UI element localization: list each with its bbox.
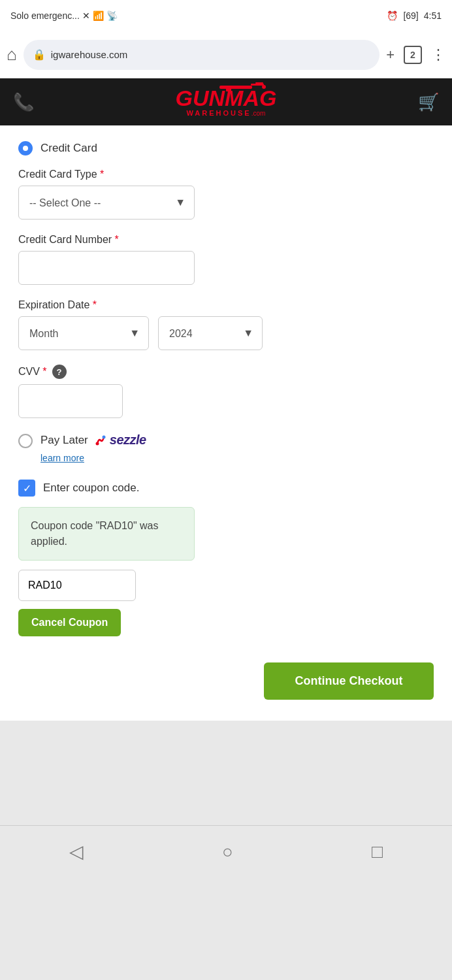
svg-point-4	[262, 85, 266, 89]
cvv-help-icon[interactable]: ?	[52, 365, 67, 379]
url-text: igwarehouse.com	[51, 49, 128, 60]
credit-card-radio[interactable]	[18, 141, 33, 155]
credit-card-number-input[interactable]	[18, 251, 195, 285]
credit-card-payment-option[interactable]: Credit Card	[18, 141, 434, 155]
svg-point-6	[95, 442, 99, 445]
tab-count[interactable]: 2	[404, 46, 422, 64]
wifi-icon: 📡	[106, 10, 118, 21]
bottom-spacer	[0, 721, 452, 825]
svg-rect-3	[255, 82, 263, 84]
coupon-section: ✓ Enter coupon code. Coupon code "RAD10"…	[18, 480, 434, 636]
alarm-icon: ⏰	[387, 10, 398, 21]
card-type-select[interactable]: -- Select One -- Visa MasterCard America…	[18, 186, 195, 220]
sezzle-section: Pay Later sezzle learn more	[18, 433, 434, 464]
signal-icon: ✕	[82, 10, 90, 21]
pay-later-text: Pay Later	[40, 434, 88, 447]
coupon-checkbox[interactable]: ✓	[18, 480, 35, 497]
credit-card-number-field: Credit Card Number *	[18, 234, 434, 285]
expiration-date-field: Expiration Date * Month January February…	[18, 299, 434, 350]
carrier-text: Solo emergenc...	[10, 10, 80, 21]
cvv-field: CVV * ?	[18, 365, 434, 418]
required-star-2: *	[115, 234, 119, 245]
gun-icon	[219, 80, 272, 92]
required-star-3: *	[93, 299, 97, 310]
status-right: ⏰ [69] 4:51	[387, 10, 442, 21]
cvv-label: CVV *	[18, 366, 47, 378]
site-logo[interactable]: GunMag WAREHOUSE .com	[176, 87, 277, 117]
main-content-card: Credit Card Credit Card Type * -- Select…	[0, 125, 452, 721]
checkout-row: Continue Checkout	[18, 662, 434, 700]
sezzle-radio[interactable]	[18, 434, 33, 448]
expiry-row: Month January February March April May J…	[18, 316, 434, 350]
cvv-input[interactable]	[18, 384, 123, 418]
status-bar: Solo emergenc... ✕ 📶 📡 ⏰ [69] 4:51	[0, 0, 452, 31]
svg-rect-0	[219, 86, 252, 89]
svg-rect-1	[251, 84, 264, 86]
sezzle-content: Pay Later sezzle	[40, 433, 146, 448]
month-select-wrapper: Month January February March April May J…	[18, 316, 149, 350]
signal-bars-icon: 📶	[93, 10, 104, 21]
credit-card-type-label: Credit Card Type *	[18, 169, 434, 180]
learn-more-link[interactable]: learn more	[40, 453, 84, 463]
coupon-checkbox-label: Enter coupon code.	[43, 482, 139, 495]
sezzle-brand-text: sezzle	[110, 433, 146, 448]
year-select-wrapper: 2024 2025 2026 2027 2028 2029 ▼	[158, 316, 263, 350]
svg-point-7	[102, 435, 105, 438]
sezzle-logo: sezzle	[93, 433, 146, 448]
coupon-checkbox-row: ✓ Enter coupon code.	[18, 480, 434, 497]
credit-card-number-label: Credit Card Number *	[18, 234, 434, 246]
credit-card-label: Credit Card	[40, 142, 97, 155]
browser-bar: ⌂ 🔒 igwarehouse.com + 2 ⋮	[0, 31, 452, 78]
sezzle-label-row: Pay Later sezzle	[40, 433, 146, 448]
url-bar[interactable]: 🔒 igwarehouse.com	[24, 40, 379, 70]
home-button[interactable]: ○	[222, 841, 233, 862]
recents-button[interactable]: □	[372, 841, 383, 862]
back-button[interactable]: ◁	[69, 841, 84, 862]
status-left: Solo emergenc... ✕ 📶 📡	[10, 10, 118, 21]
coupon-code-input[interactable]	[18, 570, 136, 601]
expiration-date-label: Expiration Date *	[18, 299, 434, 311]
year-select[interactable]: 2024 2025 2026 2027 2028 2029	[158, 316, 263, 350]
battery-indicator: [69]	[403, 10, 418, 21]
coupon-success-message: Coupon code "RAD10" was applied.	[18, 507, 195, 561]
cart-icon[interactable]: 🛒	[418, 92, 439, 112]
lock-icon: 🔒	[33, 48, 46, 61]
cancel-coupon-button[interactable]: Cancel Coupon	[18, 609, 121, 636]
required-star: *	[100, 169, 104, 180]
cvv-label-row: CVV * ?	[18, 365, 434, 379]
svg-rect-2	[226, 88, 231, 91]
add-tab-icon[interactable]: +	[386, 46, 395, 63]
menu-dots-icon[interactable]: ⋮	[431, 46, 445, 63]
continue-checkout-button[interactable]: Continue Checkout	[264, 662, 434, 700]
month-select[interactable]: Month January February March April May J…	[18, 316, 149, 350]
home-icon[interactable]: ⌂	[7, 44, 17, 65]
site-header: 📞 GunMag WAREHOUSE .com 🛒	[0, 78, 452, 125]
credit-card-type-field: Credit Card Type * -- Select One -- Visa…	[18, 169, 434, 220]
android-nav-bar: ◁ ○ □	[0, 825, 452, 877]
card-type-select-wrapper: -- Select One -- Visa MasterCard America…	[18, 186, 195, 220]
time-display: 4:51	[424, 10, 442, 21]
required-star-4: *	[42, 366, 46, 377]
browser-actions: + 2 ⋮	[386, 46, 445, 64]
logo-com-text: .com	[251, 110, 266, 117]
sezzle-row: Pay Later sezzle	[18, 433, 434, 448]
phone-icon[interactable]: 📞	[13, 92, 34, 112]
sezzle-swirl-icon	[93, 433, 108, 448]
